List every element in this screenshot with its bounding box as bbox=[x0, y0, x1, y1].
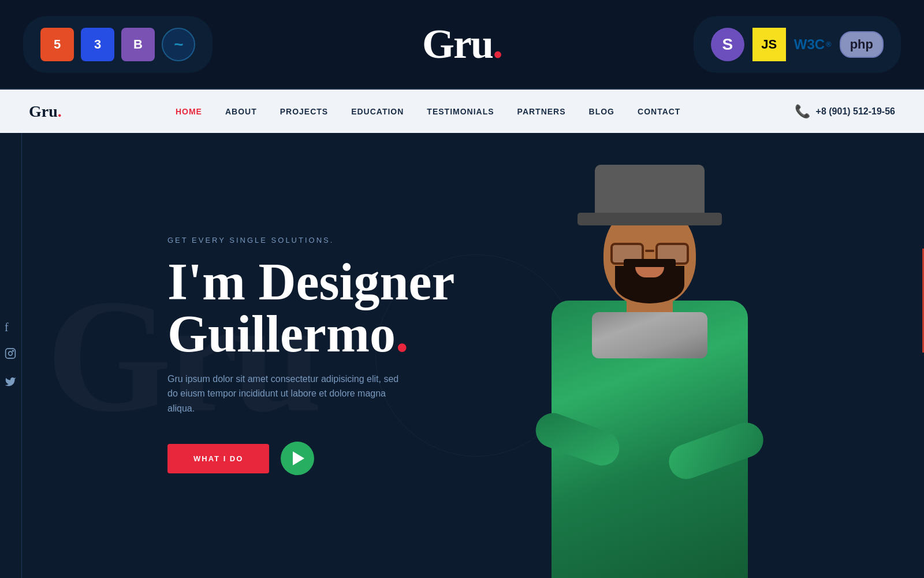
tech-icons-right: S JS W3C® php bbox=[694, 16, 901, 73]
nav-item-partners[interactable]: PARTNERS bbox=[517, 106, 566, 117]
social-sidebar: f bbox=[0, 321, 16, 391]
nav-link-about[interactable]: ABOUT bbox=[225, 107, 257, 116]
php-icon: php bbox=[840, 31, 884, 58]
vertical-line-left bbox=[21, 133, 22, 578]
hero-content: GET EVERY SINGLE SOLUTIONS. I'm Designer… bbox=[167, 236, 454, 476]
svg-point-1 bbox=[9, 351, 13, 355]
bootstrap-icon: B bbox=[121, 28, 155, 61]
phone-icon: 📞 bbox=[795, 104, 810, 119]
banner-logo: Gru. bbox=[422, 20, 502, 68]
nav-item-testimonials[interactable]: TESTIMONIALS bbox=[427, 106, 494, 117]
play-button[interactable] bbox=[281, 442, 314, 475]
nav-item-blog[interactable]: BLOG bbox=[589, 106, 614, 117]
nav-item-projects[interactable]: PROJECTS bbox=[280, 106, 328, 117]
nav-link-contact[interactable]: CONTACT bbox=[638, 107, 680, 116]
scarf bbox=[592, 312, 707, 358]
hero-title-dot: . bbox=[396, 305, 409, 362]
hat-brim bbox=[578, 213, 722, 225]
sass-icon: S bbox=[711, 28, 744, 61]
phone-number: +8 (901) 512-19-56 bbox=[816, 106, 895, 117]
html5-icon: 5 bbox=[40, 28, 74, 61]
navbar: Gru. HOME ABOUT PROJECTS EDUCATION TESTI… bbox=[0, 90, 924, 133]
hero-description: Gru ipsum dolor sit amet consectetur adi… bbox=[167, 372, 410, 416]
nav-link-blog[interactable]: BLOG bbox=[589, 107, 614, 116]
hero-buttons: WHAT I DO bbox=[167, 442, 454, 475]
hero-image bbox=[491, 173, 808, 578]
hero-title-line2: Guillermo bbox=[167, 305, 396, 362]
nav-links: HOME ABOUT PROJECTS EDUCATION TESTIMONIA… bbox=[176, 106, 681, 117]
jquery-icon: ~ bbox=[162, 28, 195, 61]
nav-link-home[interactable]: HOME bbox=[176, 107, 202, 116]
facebook-icon[interactable]: f bbox=[5, 321, 16, 334]
w3c-icon: W3C® bbox=[794, 36, 832, 53]
nav-item-home[interactable]: HOME bbox=[176, 106, 202, 117]
nav-link-testimonials[interactable]: TESTIMONIALS bbox=[427, 107, 494, 116]
nav-phone[interactable]: 📞 +8 (901) 512-19-56 bbox=[795, 104, 895, 119]
hero-title: I'm Designer Guillermo. bbox=[167, 256, 454, 360]
css3-icon: 3 bbox=[81, 28, 114, 61]
svg-point-2 bbox=[13, 350, 14, 351]
play-triangle-icon bbox=[293, 451, 304, 465]
nav-item-about[interactable]: ABOUT bbox=[225, 106, 257, 117]
hero-section: f Gru GET EVERY SINGLE SOLUTIONS. I'm De… bbox=[0, 133, 924, 578]
hero-title-line1: I'm Designer bbox=[167, 253, 454, 310]
javascript-icon: JS bbox=[752, 28, 786, 61]
what-i-do-button[interactable]: WHAT I DO bbox=[167, 444, 269, 473]
nav-link-education[interactable]: EDUCATION bbox=[351, 107, 404, 116]
top-banner: 5 3 B ~ Gru. S JS W3C® php bbox=[0, 0, 924, 90]
tech-icons-left: 5 3 B ~ bbox=[23, 16, 213, 73]
nav-item-education[interactable]: EDUCATION bbox=[351, 106, 404, 117]
nav-logo: Gru. bbox=[29, 102, 62, 121]
hat-crown bbox=[595, 165, 705, 220]
svg-rect-0 bbox=[6, 349, 16, 358]
hero-subtitle: GET EVERY SINGLE SOLUTIONS. bbox=[167, 236, 454, 244]
twitter-icon[interactable] bbox=[5, 376, 16, 391]
instagram-icon[interactable] bbox=[5, 348, 16, 362]
nav-item-contact[interactable]: CONTACT bbox=[638, 106, 680, 117]
nav-link-projects[interactable]: PROJECTS bbox=[280, 107, 328, 116]
nav-link-partners[interactable]: PARTNERS bbox=[517, 107, 566, 116]
glasses-bridge bbox=[645, 250, 654, 252]
